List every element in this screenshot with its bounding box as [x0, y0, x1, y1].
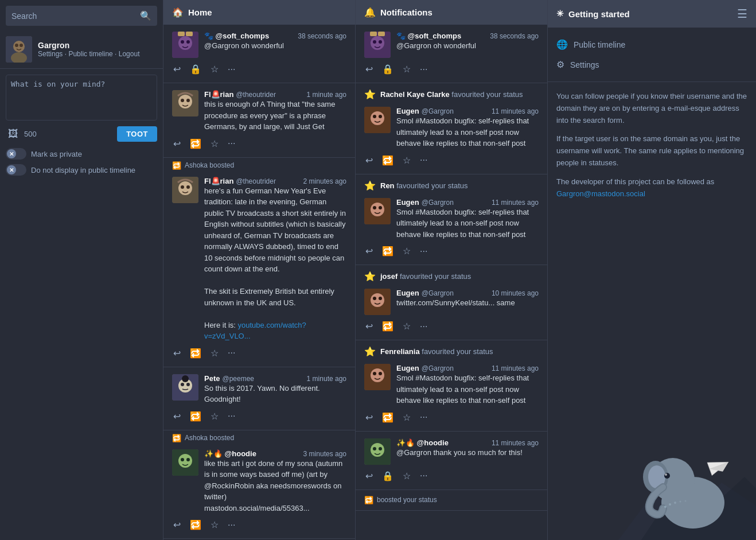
notif-4-star-icon: ⭐	[364, 271, 376, 282]
notif-2-star[interactable]: ☆	[402, 154, 412, 167]
public-timeline-nav[interactable]: 🌐 Public timeline	[556, 34, 747, 55]
svg-point-23	[182, 375, 189, 382]
notif-4-avatar[interactable]	[364, 289, 391, 315]
svg-point-27	[186, 458, 190, 461]
notif-3-avatar[interactable]	[364, 198, 391, 224]
notif-5-star[interactable]: ☆	[402, 411, 412, 424]
settings-nav[interactable]: ⚙ Settings	[556, 55, 747, 75]
notif-1-content: @Gargron oh wonderful	[396, 40, 539, 52]
boost-btn-5[interactable]: 🔁	[189, 518, 202, 531]
notif-4-content: twitter.com/SunnyKeel/statu... same	[396, 297, 539, 309]
boost-btn-2[interactable]: 🔁	[189, 137, 202, 150]
home-title: Home	[188, 7, 212, 17]
star-btn-5[interactable]: ☆	[209, 518, 220, 531]
unlisted-toggle[interactable]: ✕	[6, 164, 26, 176]
notif-1-name: 🐾 @soft_chomps	[396, 32, 461, 40]
public-timeline-link[interactable]: Public timeline	[68, 50, 112, 58]
svg-point-4	[20, 44, 23, 47]
notif-1-star[interactable]: ☆	[402, 63, 412, 76]
search-icon[interactable]: 🔍	[140, 10, 151, 21]
menu-icon[interactable]: ☰	[737, 7, 747, 21]
notif-6-star[interactable]: ☆	[402, 469, 412, 483]
boost-btn-3[interactable]: 🔁	[189, 347, 202, 360]
notif-5-more[interactable]: ···	[419, 411, 428, 424]
svg-point-3	[15, 44, 18, 47]
notif-2-more[interactable]: ···	[419, 154, 428, 166]
notif-1-more[interactable]: ···	[419, 63, 428, 76]
star-btn-4[interactable]: ☆	[209, 410, 220, 423]
notif-1-reply[interactable]: ↩	[364, 63, 374, 76]
notif-3-meta: Eugen @Gargron 11 minutes ago Smol #Mast…	[396, 198, 539, 240]
notif-1-avatar[interactable]	[364, 32, 391, 58]
status-4-avatar[interactable]	[172, 374, 198, 401]
notif-2-actor: Rachel Kaye Clarke	[380, 90, 450, 99]
notif-4-boost[interactable]: 🔁	[381, 320, 395, 333]
notif-3-star[interactable]: ☆	[402, 244, 412, 258]
home-column-body[interactable]: 🐾 @soft_chomps 38 seconds ago @Gargron o…	[163, 25, 355, 540]
toot-button[interactable]: TOOT	[117, 126, 157, 142]
notif-1-lock[interactable]: 🔒	[381, 63, 395, 76]
notif-4-reply[interactable]: ↩	[364, 320, 374, 333]
notif-4-star[interactable]: ☆	[402, 320, 412, 333]
settings-link[interactable]: Settings	[38, 50, 63, 58]
notif-6-lock[interactable]: 🔒	[381, 469, 395, 483]
boost-btn-4[interactable]: 🔁	[189, 410, 202, 423]
svg-rect-9	[178, 32, 185, 36]
reply-btn[interactable]: ↩	[172, 63, 182, 76]
notifications-column-body[interactable]: 🐾 @soft_chomps 38 seconds ago @Gargron o…	[356, 25, 547, 540]
notif-5-reply[interactable]: ↩	[364, 411, 374, 424]
notif-2-avatar[interactable]	[364, 107, 391, 133]
more-btn-3[interactable]: ···	[227, 347, 236, 359]
getting-started-label: Getting started	[568, 9, 630, 19]
private-toggle[interactable]: ✕	[6, 148, 26, 160]
notif-2-reply[interactable]: ↩	[364, 154, 374, 167]
reply-btn-5[interactable]: ↩	[172, 518, 182, 531]
star-btn-3[interactable]: ☆	[209, 347, 220, 360]
lock-btn[interactable]: 🔒	[189, 63, 202, 76]
more-btn-5[interactable]: ···	[227, 519, 236, 531]
notif-2-acct: @Gargron	[422, 107, 454, 115]
status-2-avatar[interactable]	[172, 90, 198, 116]
notif-4-time: 10 minutes ago	[492, 289, 539, 297]
status-2-acct: @theoutrider	[236, 91, 276, 99]
reply-btn-3[interactable]: ↩	[172, 347, 182, 360]
notif-5-boost[interactable]: 🔁	[381, 411, 395, 424]
more-btn-4[interactable]: ···	[227, 410, 236, 422]
notif-4-more[interactable]: ···	[419, 320, 428, 333]
compose-textarea[interactable]	[6, 75, 157, 121]
notif-4-name-row: Eugen @Gargron 10 minutes ago	[396, 289, 539, 297]
status-1-header: 🐾 @soft_chomps 38 seconds ago @Gargron o…	[172, 32, 346, 58]
notif-6-actions: ↩ 🔒 ☆ ···	[364, 469, 539, 483]
developer-link[interactable]: Gargron@mastodon.social	[556, 189, 645, 198]
logout-link[interactable]: Logout	[119, 50, 140, 58]
more-btn-2[interactable]: ···	[227, 137, 236, 150]
status-1-avatar[interactable]	[172, 32, 198, 58]
star-btn[interactable]: ☆	[209, 63, 220, 76]
notif-5-action: favourited your status	[422, 347, 493, 356]
search-input[interactable]	[11, 11, 140, 21]
notif-4-name: Eugen	[396, 289, 419, 297]
status-5-avatar[interactable]	[172, 449, 198, 476]
status-3-acct: @theoutrider	[236, 177, 276, 185]
reply-btn-2[interactable]: ↩	[172, 137, 182, 150]
more-btn[interactable]: ···	[227, 63, 236, 76]
notif-3-boost[interactable]: 🔁	[381, 244, 395, 258]
status-3-avatar[interactable]	[172, 177, 198, 203]
notif-6-more[interactable]: ···	[419, 469, 428, 482]
reply-btn-4[interactable]: ↩	[172, 410, 182, 423]
notif-2-boost[interactable]: 🔁	[381, 154, 395, 167]
svg-point-30	[373, 40, 376, 44]
notif-6-reply[interactable]: ↩	[364, 469, 374, 483]
notif-3-more[interactable]: ···	[419, 245, 428, 258]
star-btn-2[interactable]: ☆	[209, 137, 220, 150]
youtube-link[interactable]: youtube.com/watch?v=zVd_VLO...	[204, 321, 306, 341]
boost-label-text-2: Ashoka boosted	[185, 434, 234, 442]
user-profile: Gargron Settings · Public timeline · Log…	[0, 32, 163, 69]
image-button[interactable]: 🖼	[6, 126, 21, 142]
notif-5-avatar[interactable]	[364, 364, 391, 390]
status-5-actions: ↩ 🔁 ☆ ···	[172, 518, 346, 531]
notif-3-reply[interactable]: ↩	[364, 244, 374, 258]
status-1-name: 🐾 @soft_chomps	[204, 32, 269, 40]
notif-5-actions: ↩ 🔁 ☆ ···	[364, 411, 539, 424]
notif-6-avatar[interactable]	[364, 438, 391, 465]
